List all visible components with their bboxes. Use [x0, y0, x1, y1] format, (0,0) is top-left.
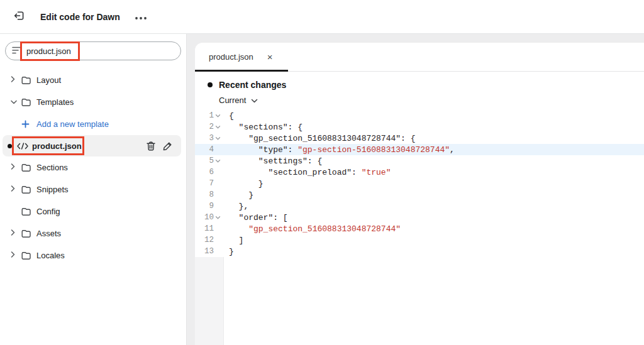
search-query-text: product.json: [26, 47, 71, 56]
json-plain-token: ,: [450, 145, 455, 155]
main-body: product.json LayoutTemplatesAdd a new te…: [0, 34, 644, 345]
line-number: 4: [209, 145, 214, 154]
line-number: 10: [204, 213, 214, 222]
gutter-filler: [195, 257, 224, 345]
code-line-text: ]: [224, 236, 243, 245]
line-gutter: 9: [195, 202, 224, 211]
code-line-6[interactable]: 6 "section_preload": "true": [195, 167, 644, 178]
json-string-token: "gp-section-516088313048728744": [297, 145, 450, 155]
folder-icon: [21, 163, 36, 172]
line-number: 11: [204, 224, 214, 233]
editor-card: product.json × Recent changes Current: [195, 43, 644, 345]
chevron-right-icon[interactable]: [10, 185, 16, 194]
unsaved-dot-icon: [8, 144, 12, 148]
chevron-right-icon[interactable]: [10, 229, 16, 238]
file-tree: LayoutTemplatesAdd a new templateproduct…: [0, 69, 186, 266]
line-number: 6: [209, 168, 214, 177]
sidebar-item-templates[interactable]: Templates: [0, 91, 186, 113]
json-plain-token: }: [229, 179, 264, 189]
json-plain-token: "type":: [229, 145, 297, 155]
fold-toggle-icon[interactable]: [214, 125, 221, 129]
line-gutter: 7: [195, 179, 224, 188]
chevron-down-icon[interactable]: [10, 97, 18, 107]
exit-back-icon: [13, 9, 25, 25]
chevron-right-icon[interactable]: [10, 163, 16, 172]
code-editor-app: Edit code for Dawn product.json LayoutTe…: [0, 0, 644, 345]
trash-icon[interactable]: [147, 141, 155, 151]
back-button[interactable]: [11, 9, 26, 25]
line-number: 12: [204, 236, 214, 244]
line-gutter: 2: [195, 123, 224, 131]
version-dropdown[interactable]: Current: [219, 94, 258, 106]
code-line-9[interactable]: 9 },: [195, 200, 644, 212]
recent-changes-header: Recent changes: [208, 80, 644, 90]
code-line-2[interactable]: 2 "sections": {: [195, 121, 644, 133]
code-line-1[interactable]: 1{: [195, 110, 644, 121]
line-number: 1: [209, 111, 214, 120]
line-gutter: 6: [195, 168, 224, 177]
line-gutter: 12: [195, 236, 224, 244]
line-number: 8: [209, 190, 214, 199]
version-dropdown-value: Current: [219, 96, 246, 105]
line-gutter: 10: [195, 213, 224, 222]
fold-toggle-icon[interactable]: [214, 114, 221, 118]
sidebar-item-layout[interactable]: Layout: [0, 69, 186, 91]
code-line-3[interactable]: 3 "gp_section_516088313048728744": {: [195, 133, 644, 144]
file-sidebar: product.json LayoutTemplatesAdd a new te…: [0, 34, 187, 345]
sidebar-item-snippets[interactable]: Snippets: [0, 178, 186, 200]
topbar: Edit code for Dawn: [0, 0, 644, 34]
code-line-text: }: [224, 190, 253, 200]
modified-dot-icon: [208, 82, 213, 87]
code-line-text: "sections": {: [224, 123, 303, 132]
code-line-text: "section_preload": "true": [224, 168, 391, 177]
fold-toggle-icon[interactable]: [214, 159, 221, 163]
code-area-filler: [195, 257, 644, 345]
json-plain-token: "section_preload":: [229, 168, 362, 177]
fold-toggle-icon[interactable]: [214, 136, 221, 141]
fold-toggle-icon[interactable]: [214, 216, 221, 220]
editor-tabbar: product.json ×: [195, 43, 644, 72]
folder-icon: [21, 207, 36, 216]
line-gutter: 1: [195, 111, 224, 120]
line-gutter: 3: [195, 134, 224, 143]
chevron-right-icon[interactable]: [10, 75, 16, 85]
pencil-icon[interactable]: [163, 141, 172, 151]
sidebar-item-config[interactable]: Config: [0, 200, 186, 222]
code-editor-area[interactable]: 1{2 "sections": {3 "gp_section_516088313…: [195, 110, 644, 345]
line-gutter: 13: [195, 247, 224, 256]
code-line-text: }: [224, 179, 264, 189]
json-plain-token: {: [229, 111, 234, 121]
sidebar-item-locales[interactable]: Locales: [0, 244, 186, 266]
code-line-10[interactable]: 10 "order": [: [195, 212, 644, 223]
code-icon: [17, 143, 32, 150]
code-line-text: },: [224, 202, 248, 211]
plus-icon: [21, 120, 36, 128]
json-string-token: "gp_section_516088313048728744": [248, 224, 401, 234]
code-line-12[interactable]: 12 ]: [195, 234, 644, 246]
code-line-4[interactable]: 4 "type": "gp-section-516088313048728744…: [195, 144, 644, 155]
close-tab-icon[interactable]: ×: [267, 52, 273, 62]
file-search-input[interactable]: product.json: [5, 41, 181, 60]
sidebar-item-product-json[interactable]: product.json: [3, 135, 181, 156]
chevron-right-icon[interactable]: [10, 251, 16, 260]
code-line-text: "settings": {: [224, 156, 322, 166]
json-plain-token: "order": [: [229, 213, 288, 222]
line-number: 2: [209, 123, 214, 131]
code-line-5[interactable]: 5 "settings": {: [195, 155, 644, 167]
sidebar-item-sections[interactable]: Sections: [0, 156, 186, 178]
code-line-7[interactable]: 7 }: [195, 178, 644, 189]
folder-icon: [21, 185, 36, 194]
sidebar-item-add-a-new-template[interactable]: Add a new template: [0, 113, 186, 135]
json-string-token: "true": [362, 168, 391, 177]
more-options-button[interactable]: [133, 11, 149, 23]
folder-icon: [21, 251, 36, 260]
horizontal-dots-icon: [135, 11, 147, 23]
code-line-13[interactable]: 13}: [195, 246, 644, 257]
sidebar-item-assets[interactable]: Assets: [0, 222, 186, 244]
json-plain-token: },: [229, 202, 248, 211]
folder-icon: [21, 229, 36, 238]
tab-product-json[interactable]: product.json ×: [195, 43, 288, 71]
code-line-11[interactable]: 11 "gp_section_516088313048728744": [195, 223, 644, 234]
code-line-8[interactable]: 8 }: [195, 189, 644, 200]
json-plain-token: "gp_section_516088313048728744": {: [229, 134, 415, 143]
